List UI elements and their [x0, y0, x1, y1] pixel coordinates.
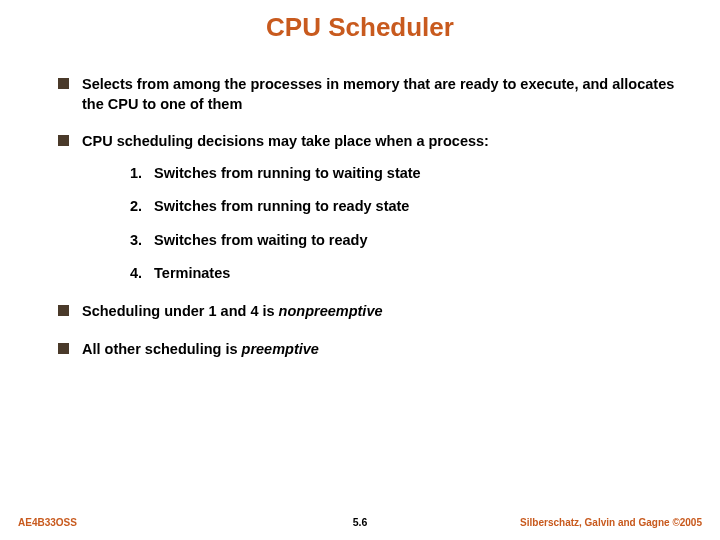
list-text: Switches from waiting to ready	[154, 232, 368, 248]
bullet-item: Scheduling under 1 and 4 is nonpreemptiv…	[58, 302, 684, 322]
bullet-item: All other scheduling is preemptive	[58, 340, 684, 360]
slide-title: CPU Scheduler	[0, 0, 720, 43]
square-bullet-icon	[58, 135, 69, 146]
slide: CPU Scheduler Selects from among the pro…	[0, 0, 720, 540]
footer-attribution: Silberschatz, Galvin and Gagne ©2005	[520, 517, 702, 528]
list-number: 3.	[130, 231, 150, 251]
bullet-item: CPU scheduling decisions may take place …	[58, 132, 684, 284]
bullet-text-prefix: Scheduling under 1 and 4 is	[82, 303, 279, 319]
list-number: 1.	[130, 164, 150, 184]
list-item: 3. Switches from waiting to ready	[130, 231, 684, 251]
square-bullet-icon	[58, 305, 69, 316]
list-number: 2.	[130, 197, 150, 217]
list-number: 4.	[130, 264, 150, 284]
bullet-text: CPU scheduling decisions may take place …	[82, 133, 489, 149]
bullet-item: Selects from among the processes in memo…	[58, 75, 684, 114]
square-bullet-icon	[58, 78, 69, 89]
bullet-text-emphasis: preemptive	[242, 341, 319, 357]
bullet-text: Selects from among the processes in memo…	[82, 76, 674, 112]
bullet-text-prefix: All other scheduling is	[82, 341, 242, 357]
numbered-list: 1. Switches from running to waiting stat…	[82, 164, 684, 284]
list-text: Switches from running to waiting state	[154, 165, 421, 181]
square-bullet-icon	[58, 343, 69, 354]
list-item: 1. Switches from running to waiting stat…	[130, 164, 684, 184]
list-item: 2. Switches from running to ready state	[130, 197, 684, 217]
list-item: 4. Terminates	[130, 264, 684, 284]
bullet-text-emphasis: nonpreemptive	[279, 303, 383, 319]
list-text: Switches from running to ready state	[154, 198, 409, 214]
list-text: Terminates	[154, 265, 230, 281]
slide-content: Selects from among the processes in memo…	[0, 43, 720, 359]
